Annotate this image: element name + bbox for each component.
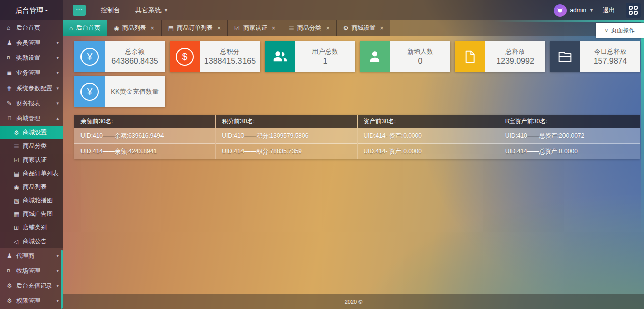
sidebar-item[interactable]: ⚙后台充值记录▾ [0, 278, 63, 293]
document-icon: ▤ [168, 25, 174, 32]
tab[interactable]: ⚙商城设置× [337, 20, 391, 36]
chevron-down-icon: ▾ [56, 86, 59, 91]
list-icon: ☰ [14, 143, 23, 150]
user-icon: ♟ [7, 252, 16, 259]
sidebar-scrollbar-thumb[interactable] [61, 250, 63, 309]
sidebar-item-label: 商城管理 [16, 114, 55, 123]
tab-label: 商城设置 [351, 24, 375, 32]
gear-icon: ⚙ [7, 282, 16, 289]
table-row: UID:414——总资产:0.0000 [499, 143, 640, 159]
sidebar-subitem[interactable]: ◁商城公告 [0, 235, 63, 248]
stat-card-value: 157.9874 [594, 57, 627, 66]
chevron-down-icon: ▾ [56, 55, 59, 60]
sidebar-item[interactable]: ⋕系统参数配置▾ [0, 81, 63, 96]
table-header-cell: B宝资产前30名: [499, 115, 640, 128]
sidebar-subitem[interactable]: ⊞店铺类别 [0, 221, 63, 235]
tabbar: ⌂后台首页◉商品列表×▤商品订单列表×☑商家认证×☰商品分类×⚙商城设置× [63, 20, 644, 36]
circle-icon: ◉ [14, 184, 23, 191]
sidebar-item-label: 商品订单列表 [23, 169, 59, 178]
tab[interactable]: ◉商品列表× [107, 20, 162, 36]
stat-card-body: 总释放1239.0992 [485, 41, 545, 72]
tab-label: 商品分类 [297, 24, 321, 32]
close-icon[interactable]: × [217, 25, 221, 32]
sidebar-subitem[interactable]: ☰商品分类 [0, 139, 63, 153]
tab[interactable]: ⌂后台首页 [63, 20, 107, 36]
chevron-up-icon: ▴ [56, 116, 59, 121]
stat-card-value: 643860.8435 [111, 57, 158, 66]
tab-label: 商家认证 [243, 24, 267, 32]
folder-icon [550, 41, 580, 72]
sidebar-item[interactable]: ♖商城管理▴ [0, 111, 63, 126]
sidebar-item[interactable]: ✎财务报表▾ [0, 96, 63, 111]
stat-card-value: 1239.0992 [496, 57, 534, 66]
check-circle-icon: ☑ [234, 25, 240, 32]
table-row: UID:414——积分:78835.7359 [216, 143, 357, 159]
sidebar-subitem[interactable]: ☑商家认证 [0, 153, 63, 167]
gear-icon: ⚙ [343, 25, 349, 32]
close-icon[interactable]: × [272, 25, 275, 32]
sidebar-item-label: 系统参数配置 [16, 84, 55, 93]
stat-card-label: 新增人数 [407, 47, 433, 56]
tab[interactable]: ▤商品订单列表× [162, 20, 228, 36]
sidebar-item-label: 商品列表 [23, 183, 59, 191]
sidebar-toggle-button[interactable]: ⋯ [73, 5, 86, 16]
stat-card: 总释放1239.0992 [455, 41, 545, 72]
sidebar-item-label: 商家认证 [23, 156, 59, 164]
nav-console[interactable]: 控制台 [101, 6, 120, 15]
sidebar-subitem[interactable]: ▧商城轮播图 [0, 194, 63, 207]
tab-label: 商品列表 [122, 24, 146, 32]
sidebar-subitem[interactable]: ▤商品订单列表 [0, 167, 63, 180]
sidebar-item[interactable]: ¤奖励设置▾ [0, 50, 63, 65]
stat-card-label: 总积分 [220, 47, 240, 56]
stat-card-label: 今日总释放 [594, 47, 627, 56]
chevron-down-icon: ∨ [605, 28, 608, 33]
home-icon: ⌂ [7, 24, 16, 31]
sidebar-item-label: 奖励设置 [16, 54, 55, 62]
nav-other-systems[interactable]: 其它系统 ▼ [135, 6, 168, 15]
tab-label: 后台首页 [76, 24, 100, 32]
report-icon: ✎ [7, 100, 16, 107]
page-actions-button[interactable]: ∨ 页面操作 [596, 23, 644, 38]
sidebar-item-label: 牧场管理 [16, 267, 55, 275]
list-icon: ≣ [7, 69, 16, 76]
table-header-cell: 资产前30名: [358, 115, 499, 128]
table-row: UID:414——余额:4243.8941 [74, 143, 215, 159]
sidebar-subitem[interactable]: ⚙商城设置 [0, 126, 63, 139]
sidebar-subitem[interactable]: ◉商品列表 [0, 180, 63, 194]
sidebar-item[interactable]: ♟会员管理▾ [0, 35, 63, 50]
stat-card-body: 总余额643860.8435 [105, 41, 165, 72]
sidebar-item-label: 代理商 [16, 252, 55, 260]
tab[interactable]: ☑商家认证× [228, 20, 282, 36]
apps-menu-button[interactable] [626, 3, 641, 18]
stat-card: $总积分1388415.3165 [170, 41, 260, 72]
stat-card: 今日总释放157.9874 [550, 41, 640, 72]
stat-card-body: 新增人数0 [390, 41, 450, 72]
table-column: 余额前30名:UID:410——余额:639616.9494UID:414——余… [74, 115, 215, 159]
sidebar-item[interactable]: ⚙权限管理▾ [0, 293, 63, 308]
gear-icon: ⚙ [14, 129, 23, 136]
page-actions-label: 页面操作 [611, 26, 635, 35]
close-icon[interactable]: × [326, 25, 330, 32]
stat-card-label: 总释放 [506, 47, 525, 56]
close-icon[interactable]: × [380, 25, 383, 32]
chevron-down-icon: ▾ [56, 268, 59, 273]
stat-card-label: KK黄金充值数量 [111, 87, 158, 96]
close-icon[interactable]: × [151, 25, 154, 32]
tab[interactable]: ☰商品分类× [282, 20, 337, 36]
sidebar-item[interactable]: ¤牧场管理▾ [0, 263, 63, 278]
sidebar-item[interactable]: ♟代理商▾ [0, 248, 63, 263]
stat-cards: ¥总余额643860.8435$总积分1388415.3165用户总数1新增人数… [74, 41, 644, 107]
sidebar-item[interactable]: ⌂后台首页 [0, 20, 63, 35]
gear-icon: ⚙ [7, 297, 16, 304]
sidebar-subitem[interactable]: ▦商城广告图 [0, 207, 63, 221]
speaker-icon: ◁ [14, 238, 23, 245]
user-menu[interactable]: admin ▼ [554, 4, 594, 17]
stat-card-value: 1388415.3165 [204, 57, 256, 66]
chevron-down-icon: ▾ [56, 253, 59, 258]
sidebar-item-label: 店铺类别 [23, 223, 59, 232]
sidebar-item[interactable]: ≣业务管理▾ [0, 65, 63, 81]
sliders-icon: ⋕ [7, 85, 16, 92]
circle-icon: ◉ [114, 25, 119, 32]
logout-button[interactable]: 退出 [603, 6, 615, 15]
yen-circle-icon: ¥ [74, 41, 105, 72]
